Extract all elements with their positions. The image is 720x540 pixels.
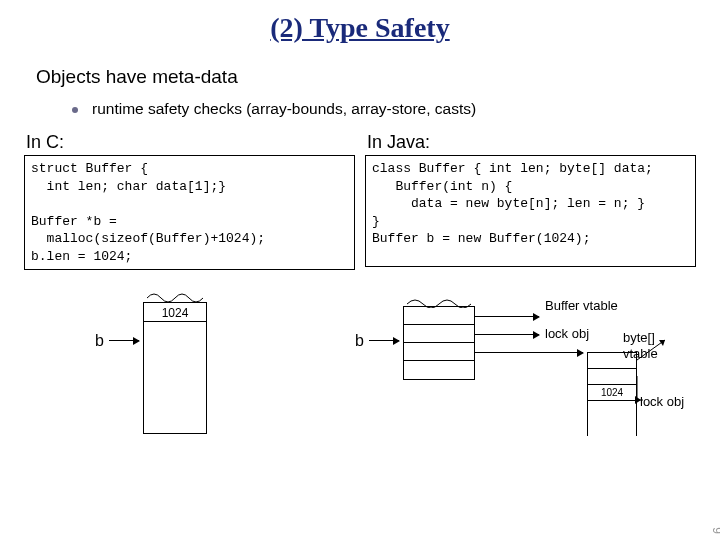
open-bottom-mask <box>587 436 637 442</box>
bullet-item: runtime safety checks (array-bounds, arr… <box>72 100 720 118</box>
bullet-text: runtime safety checks (array-bounds, arr… <box>92 100 476 117</box>
pointer-b-label: b <box>95 332 104 350</box>
page-number: 9 <box>710 527 720 534</box>
column-c: In C: struct Buffer { int len; char data… <box>24 132 355 270</box>
array-len-cell: 1024 <box>588 385 636 401</box>
open-bottom-mask <box>143 434 207 440</box>
len-slot <box>404 343 474 361</box>
squiggle-icon <box>407 294 471 306</box>
arrow-icon <box>475 334 539 335</box>
svg-marker-4 <box>635 396 641 404</box>
java-memory-diagram: b Buffer vtable lock obj byte[] vtable l… <box>355 288 705 478</box>
java-code-block: class Buffer { int len; byte[] data; Buf… <box>365 155 696 267</box>
buffer-object <box>403 306 475 380</box>
c-code-block: struct Buffer { int len; char data[1];} … <box>24 155 355 270</box>
arrow-icon <box>109 340 139 341</box>
arrow-icon <box>475 352 583 353</box>
array-lock-slot <box>588 369 636 385</box>
pointer-b-label: b <box>355 332 364 350</box>
lock-obj-label: lock obj <box>545 326 589 341</box>
svg-marker-1 <box>659 340 665 346</box>
arrow-icon <box>369 340 399 341</box>
arrow-group-icon <box>637 352 687 412</box>
squiggle-icon <box>147 290 203 302</box>
heading: Objects have meta-data <box>36 66 720 88</box>
vtable-slot <box>404 307 474 325</box>
data-slot <box>404 361 474 379</box>
c-memory-diagram: b 1024 <box>95 288 295 448</box>
byte-array-object: 1024 <box>587 352 637 442</box>
bullet-dot-icon <box>72 107 78 113</box>
column-c-label: In C: <box>26 132 355 153</box>
diagram-area: b 1024 b Buffer vtable lock obj byte[] v… <box>0 280 720 480</box>
lock-slot <box>404 325 474 343</box>
len-cell: 1024 <box>143 302 207 322</box>
array-data-region <box>588 401 636 441</box>
array-vtable-slot <box>588 353 636 369</box>
column-java-label: In Java: <box>367 132 696 153</box>
arrow-icon <box>475 316 539 317</box>
buffer-vtable-label: Buffer vtable <box>545 298 618 313</box>
slide-title: (2) Type Safety <box>0 12 720 44</box>
column-java: In Java: class Buffer { int len; byte[] … <box>365 132 696 270</box>
